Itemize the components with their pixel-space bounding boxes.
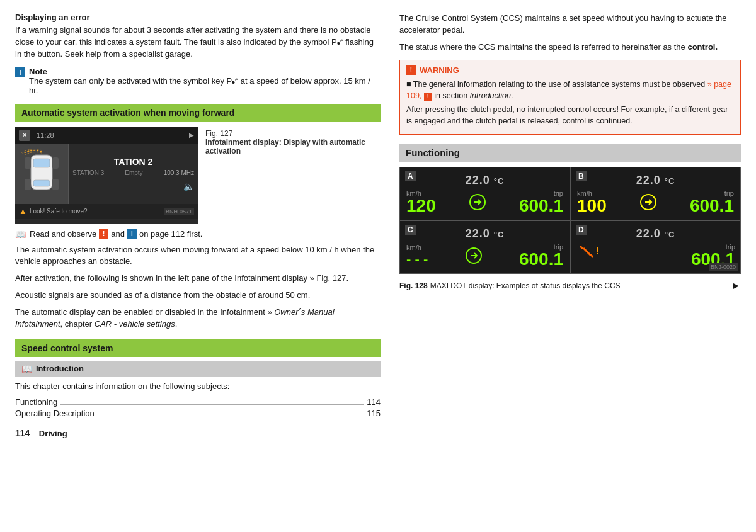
auto-text2: After activation, the following is shown… — [15, 273, 381, 285]
ccs-deg-d: °C — [665, 230, 675, 239]
ccs-bottom-c: km/h - - - trip 600.1 — [406, 243, 563, 268]
ccs-icon-c — [464, 246, 483, 265]
ccs-trip-value-b: 600.1 — [690, 197, 734, 215]
toc-line-1: Functioning 114 — [15, 397, 381, 407]
page-footer: 114 Driving — [15, 428, 381, 438]
ccs-label-d: D — [576, 225, 587, 235]
ccs-label-a: A — [405, 171, 416, 181]
ccs-control-bold: control. — [687, 42, 718, 52]
fig-128-num: Fig. 128 — [399, 281, 428, 290]
note-content: Note The system can only be activated wi… — [29, 67, 381, 95]
ccs-trip-c: trip 600.1 — [519, 243, 563, 268]
ccs-display-grid: A 22.0 °C km/h 120 trip — [399, 167, 741, 274]
auto-text4: The automatic display can be enabled or … — [15, 307, 381, 331]
ccs-kmh-c: km/h — [406, 244, 428, 251]
ccs-deg-a: °C — [494, 176, 505, 186]
warning-box-header: ! WARNING — [406, 65, 734, 75]
ccs-trip-a: trip 600.1 — [519, 190, 563, 215]
note-icon: i — [15, 67, 25, 77]
warning-inline-icon: ! — [424, 93, 432, 101]
warning-icon-inline: ! — [99, 229, 108, 239]
ccs-icon-a — [468, 193, 487, 212]
svg-rect-4 — [52, 157, 59, 169]
ccs-speed-c: - - - — [406, 251, 428, 268]
svg-rect-5 — [25, 179, 31, 190]
functioning-header: Functioning — [399, 144, 741, 162]
ccs-cell-b: B 22.0 °C km/h 100 trip — [571, 167, 740, 220]
fig-caption-bold: Infotainment display: Display with autom… — [205, 138, 365, 156]
ccs-trip-value-a: 600.1 — [519, 197, 563, 215]
toc-title-1: Functioning — [15, 397, 57, 407]
read-observe-text1: Read and observe — [30, 229, 96, 239]
infotainment-screen-wrapper: ✕ 11:28 ▶ — [15, 127, 198, 224]
warning-bullet1: ■ The general information relating to th… — [406, 79, 734, 101]
svg-rect-6 — [52, 179, 59, 190]
warning-triangle-icon: ▲ — [19, 207, 27, 216]
book-icon-inline: 📖 — [15, 229, 26, 239]
ccs-warn-icon-d: ! — [577, 243, 600, 266]
ccs-bottom-d: ! trip 600.1 — [577, 243, 734, 266]
fig-caption: Fig. 127 Infotainment display: Display w… — [205, 129, 381, 156]
svg-rect-3 — [25, 157, 31, 169]
toc-dots-2 — [97, 416, 365, 416]
ccs-label-c: C — [405, 225, 416, 235]
screen-close-btn: ✕ — [19, 130, 30, 141]
book-icon-gray: 📖 — [21, 364, 32, 374]
screen-bottom-warning: ▲ Look! Safe to move? BNH-0571 — [15, 204, 198, 219]
ccs-cell-d: D 22.0 °C ! — [571, 221, 740, 273]
infotainment-fig: ✕ 11:28 ▶ — [15, 127, 381, 224]
ccs-deg-b: °C — [665, 176, 675, 186]
fig-128-caption: Fig. 128 MAXI DOT display: Examples of s… — [399, 278, 741, 294]
car-top-down-svg — [20, 149, 64, 199]
right-column: The Cruise Control System (CCS) maintain… — [399, 13, 741, 519]
screen-inner: TATION 2 STATION 3 Empty 100.3 MHz 🔈 — [15, 144, 198, 204]
fig-128-text: MAXI DOT display: Examples of status dis… — [430, 281, 621, 290]
arrow-circle-icon-b — [639, 193, 658, 212]
ccs-bottom-a: km/h 120 trip 600.1 — [406, 190, 563, 215]
screen-topbar: ✕ 11:28 ▶ — [15, 127, 198, 144]
svg-text:!: ! — [596, 246, 599, 256]
warning-label: WARNING — [420, 65, 459, 75]
ccs-temp-c: 22.0 °C — [406, 227, 563, 241]
ccs-left-c: km/h - - - — [406, 244, 428, 268]
displaying-error-section: Displaying an error If a warning signal … — [15, 13, 381, 95]
note-label: Note — [29, 67, 47, 76]
ccs-speed-b: 100 — [577, 197, 607, 215]
ccs-icon-b — [639, 193, 658, 212]
ccs-speed-a: 120 — [406, 197, 436, 215]
note-box: i Note The system can only be activated … — [15, 67, 381, 95]
next-page-arrow: ► — [731, 280, 741, 291]
ccs-temp-d: 22.0 °C — [577, 227, 734, 241]
ccs-intro2: The status where the CCS maintains the s… — [399, 42, 741, 54]
arrow-circle-icon-a — [468, 193, 487, 212]
screen-time: 11:28 — [37, 132, 54, 139]
fig-num: Fig. 127 — [205, 129, 232, 138]
ccs-temp-a: 22.0 °C — [406, 174, 563, 187]
left-column: Displaying an error If a warning signal … — [15, 13, 381, 519]
svg-line-10 — [583, 248, 591, 256]
screen-radio-panel: TATION 2 STATION 3 Empty 100.3 MHz 🔈 — [69, 144, 198, 204]
warning-service-icon: ! — [577, 243, 600, 263]
screen-car-view — [15, 144, 69, 204]
note-icon-inline: i — [127, 229, 137, 239]
auto-text1: The automatic system activation occurs w… — [15, 244, 381, 268]
read-observe-text2: on page 112 first. — [139, 229, 202, 239]
warning-link: » page 109, — [406, 80, 731, 100]
ccs-trip-value-c: 600.1 — [519, 251, 563, 268]
ccs-bottom-b: km/h 100 trip 600.1 — [577, 190, 734, 215]
ccs-trip-b: trip 600.1 — [690, 190, 734, 215]
screen-station3: STATION 3 — [72, 169, 104, 176]
screen-station-name: TATION 2 — [114, 157, 153, 167]
toc-dots-1 — [60, 404, 364, 405]
svg-rect-1 — [33, 159, 50, 167]
arrow-circle-icon-c — [464, 246, 483, 265]
screen-top-right: ▶ — [189, 132, 194, 139]
toc-page-1: 114 — [367, 397, 381, 407]
screen-freq: 100.3 MHz — [164, 169, 194, 176]
warning-bullet2: After pressing the clutch pedal, no inte… — [406, 104, 734, 127]
screen-volume-icon: 🔈 — [183, 181, 194, 191]
ccs-cell-c: C 22.0 °C km/h - - - trip — [400, 221, 570, 273]
ccs-deg-c: °C — [494, 230, 505, 239]
ccs-intro1: The Cruise Control System (CCS) maintain… — [399, 13, 741, 37]
safe-to-move-text: Look! Safe to move? — [30, 208, 88, 215]
